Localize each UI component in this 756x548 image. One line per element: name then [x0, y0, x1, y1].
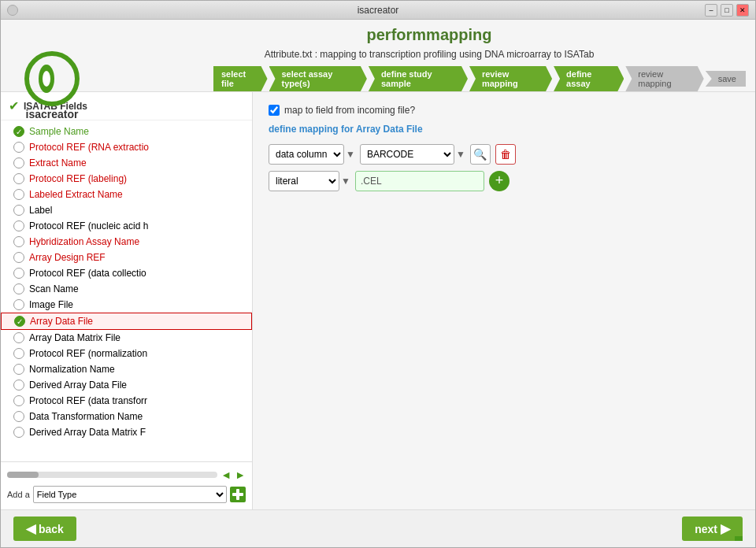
mapping-type-select-1[interactable]: data column: [269, 144, 344, 165]
add-mapping-row-button[interactable]: +: [489, 171, 510, 191]
sidebar-item-label: Derived Array Data File: [29, 380, 127, 391]
bc-review-mapping-1[interactable]: review mapping: [469, 66, 552, 91]
sidebar-item-icon: ✓: [13, 126, 24, 137]
next-button[interactable]: next ▶: [682, 517, 743, 541]
bc-save[interactable]: save: [706, 71, 746, 87]
sidebar-item-label: Normalization Name: [29, 364, 115, 375]
sidebar-item[interactable]: Label: [1, 202, 252, 218]
sidebar-item-label: Scan Name: [29, 283, 79, 294]
define-mapping-prefix: define mapping for: [269, 124, 356, 135]
right-panel: map to field from incoming file? define …: [253, 92, 755, 509]
bc-define-assay[interactable]: define assay: [554, 66, 624, 91]
delete-icon-1: 🗑: [500, 148, 511, 161]
mapping-value-select-1[interactable]: BARCODE: [360, 144, 454, 165]
delete-button-1[interactable]: 🗑: [495, 144, 516, 165]
sidebar-item-icon: [13, 157, 24, 168]
sidebar-item[interactable]: Derived Array Data File: [1, 377, 252, 393]
sidebar-item-label: Label: [29, 205, 52, 216]
add-icon: [232, 489, 243, 500]
scrollbar-thumb[interactable]: [7, 472, 39, 478]
title-bar: isacreator – □ ✕: [1, 1, 755, 20]
next-label: next: [695, 523, 717, 535]
sidebar-item-icon: [13, 427, 24, 438]
sidebar-item-icon: [13, 142, 24, 153]
sidebar-item[interactable]: Protocol REF (data transforr: [1, 393, 252, 409]
add-field-row: Add a Field Type: [7, 486, 246, 503]
mapping-row-2: literal ▼ +: [269, 171, 739, 191]
sidebar-item-icon: [13, 220, 24, 231]
sidebar-item-icon: [13, 236, 24, 247]
logo-svg: [24, 51, 80, 106]
back-button[interactable]: ◀ back: [13, 517, 76, 541]
map-checkbox[interactable]: [269, 105, 280, 116]
nav-arrows: ◄ ►: [220, 468, 246, 481]
bc-review-mapping-2[interactable]: review mapping: [625, 66, 703, 91]
sidebar-item[interactable]: Derived Array Data Matrix F: [1, 424, 252, 440]
sidebar-item[interactable]: Protocol REF (nucleic acid h: [1, 218, 252, 234]
sidebar: ✔ ISATAB Fields ✓Sample NameProtocol REF…: [1, 92, 253, 509]
dropdown-arrow-1: ▼: [346, 149, 355, 160]
sidebar-item[interactable]: Array Design REF: [1, 250, 252, 265]
sidebar-item-icon: [13, 189, 24, 200]
sidebar-item[interactable]: Protocol REF (labeling): [1, 171, 252, 187]
sidebar-item-icon: [13, 268, 24, 279]
sidebar-item[interactable]: Data Transformation Name: [1, 409, 252, 424]
scroll-right-arrow[interactable]: ►: [235, 468, 246, 481]
sidebar-item-label: Image File: [29, 299, 73, 310]
subtitle: Attribute.txt : mapping to transcription…: [103, 49, 755, 60]
scrollbar-area: ◄ ►: [7, 468, 246, 481]
sidebar-item[interactable]: Normalization Name: [1, 361, 252, 377]
sidebar-item[interactable]: Hybridization Assay Name: [1, 234, 252, 250]
sidebar-item-icon: [13, 299, 24, 310]
scrollbar-track[interactable]: [7, 472, 217, 478]
add-field-button[interactable]: [230, 487, 246, 502]
sidebar-item[interactable]: Labeled Extract Name: [1, 187, 252, 202]
bc-select-file[interactable]: select file: [213, 66, 268, 91]
search-button[interactable]: 🔍: [470, 144, 491, 165]
sidebar-item-label: Data Transformation Name: [29, 411, 143, 422]
bc-select-assay[interactable]: select assay type(s): [269, 66, 367, 91]
sidebar-item-label: Array Data File: [30, 316, 93, 327]
sidebar-item-icon: [13, 205, 24, 216]
minimize-button[interactable]: –: [705, 4, 717, 17]
back-arrow-icon: ◀: [26, 521, 35, 536]
sidebar-item[interactable]: Protocol REF (data collectio: [1, 265, 252, 281]
sidebar-item-icon: [13, 283, 24, 294]
sidebar-item-icon: [13, 348, 24, 359]
sidebar-item-label: Extract Name: [29, 157, 87, 168]
back-label: back: [39, 523, 64, 535]
window-close-button[interactable]: [7, 5, 18, 16]
sidebar-list: ✓Sample NameProtocol REF (RNA extractioE…: [1, 120, 252, 461]
header-area: isacreator performmapping Attribute.txt …: [1, 20, 755, 92]
sidebar-item-label: Array Data Matrix File: [29, 332, 120, 343]
field-type-select[interactable]: Field Type: [33, 486, 227, 503]
svg-point-2: [43, 71, 50, 87]
add-label: Add a: [7, 490, 30, 499]
next-arrow-icon: ▶: [721, 521, 730, 536]
logo-text: isacreator: [26, 108, 79, 120]
close-button[interactable]: ✕: [736, 4, 749, 17]
sidebar-item-label: Protocol REF (data collectio: [29, 268, 146, 279]
main-content: ✔ ISATAB Fields ✓Sample NameProtocol REF…: [1, 92, 755, 509]
scroll-left-arrow[interactable]: ◄: [220, 468, 232, 481]
sidebar-item-label: Protocol REF (nucleic acid h: [29, 220, 148, 231]
sidebar-item-label: Protocol REF (RNA extractio: [29, 142, 149, 153]
sidebar-item[interactable]: Array Data Matrix File: [1, 330, 252, 346]
bottom-nav: ◀ back next ▶: [1, 509, 755, 547]
dropdown-arrow-3: ▼: [341, 176, 350, 187]
bc-define-study[interactable]: define study sample: [369, 66, 468, 91]
sidebar-item[interactable]: Protocol REF (normalization: [1, 346, 252, 361]
mapping-type-select-2[interactable]: literal: [269, 171, 339, 191]
sidebar-item-label: Protocol REF (labeling): [29, 173, 127, 184]
literal-value-input[interactable]: [355, 171, 484, 191]
sidebar-item[interactable]: ✓Array Data File: [1, 313, 252, 330]
main-window: isacreator – □ ✕ isacreator performmappi…: [0, 0, 756, 548]
maximize-button[interactable]: □: [721, 4, 733, 17]
sidebar-item-icon: [13, 173, 24, 184]
sidebar-item[interactable]: Image File: [1, 297, 252, 313]
sidebar-item[interactable]: Extract Name: [1, 155, 252, 171]
sidebar-item[interactable]: Protocol REF (RNA extractio: [1, 139, 252, 155]
sidebar-item-icon: [13, 380, 24, 391]
sidebar-item[interactable]: Scan Name: [1, 281, 252, 297]
title-bar-controls: – □ ✕: [705, 4, 749, 17]
